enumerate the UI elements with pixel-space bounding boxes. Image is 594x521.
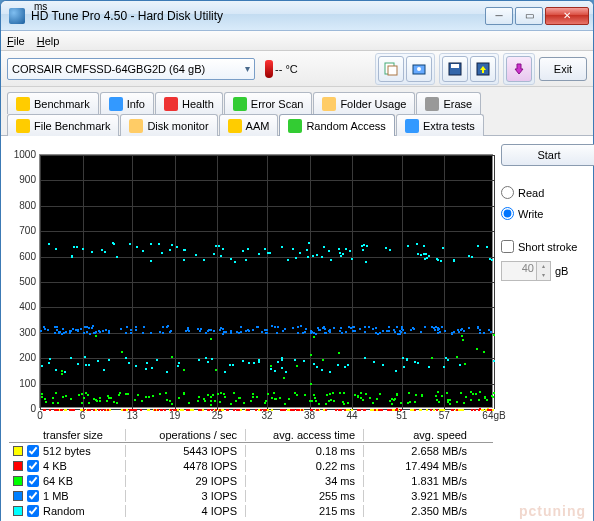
scatter-plot: 0100200300400500600700800900100006131925… [39, 154, 493, 408]
stroke-input[interactable]: 40 ▴▾ [501, 261, 551, 281]
write-radio[interactable]: Write [501, 207, 594, 220]
tab-benchmark[interactable]: Benchmark [7, 92, 99, 114]
tab-icon [425, 97, 439, 111]
y-axis-unit: ms [34, 1, 47, 12]
watermark: pctuning [519, 503, 586, 519]
tab-info[interactable]: Info [100, 92, 154, 114]
app-icon [9, 8, 25, 24]
titlebar[interactable]: HD Tune Pro 4.50 - Hard Disk Utility ─ ▭… [1, 1, 593, 31]
row-checkbox[interactable] [27, 460, 39, 472]
row-checkbox[interactable] [27, 505, 39, 517]
tabs-row-1: BenchmarkInfoHealthError ScanFolder Usag… [1, 87, 593, 113]
screenshot-button[interactable] [406, 56, 432, 82]
tab-random-access[interactable]: Random Access [279, 114, 394, 136]
toolbar-group-2 [439, 53, 499, 85]
minimize-button[interactable]: ─ [485, 7, 513, 25]
tab-icon [228, 119, 242, 133]
color-swatch [13, 491, 23, 501]
tab-file-benchmark[interactable]: File Benchmark [7, 114, 119, 136]
tab-icon [16, 119, 30, 133]
tab-aam[interactable]: AAM [219, 114, 279, 136]
tab-content: ms 0100200300400500600700800900100006131… [1, 135, 593, 521]
tab-disk-monitor[interactable]: Disk monitor [120, 114, 217, 136]
svg-rect-5 [451, 64, 459, 68]
toolbar-group-1 [375, 53, 435, 85]
load-button[interactable] [470, 56, 496, 82]
tab-icon [16, 97, 30, 111]
read-radio[interactable]: Read [501, 186, 594, 199]
table-row: Random 4 IOPS 215 ms 2.350 MB/s [9, 503, 493, 518]
close-button[interactable]: ✕ [545, 7, 589, 25]
color-swatch [13, 476, 23, 486]
table-row: 4 KB 4478 IOPS 0.22 ms 17.494 MB/s [9, 458, 493, 473]
table-row: 64 KB 29 IOPS 34 ms 1.831 MB/s [9, 473, 493, 488]
device-select[interactable]: CORSAIR CMFSSD-64GBG2D (64 gB) [7, 58, 255, 80]
color-swatch [13, 461, 23, 471]
thermometer-icon [265, 60, 273, 78]
stroke-spinner[interactable]: ▴▾ [536, 262, 550, 280]
tab-icon [322, 97, 336, 111]
row-checkbox[interactable] [27, 490, 39, 502]
tabs-row-2: File BenchmarkDisk monitorAAMRandom Acce… [1, 113, 593, 135]
tab-icon [109, 97, 123, 111]
tab-icon [405, 119, 419, 133]
svg-point-3 [417, 67, 421, 71]
svg-rect-1 [388, 66, 397, 75]
options-button[interactable] [506, 56, 532, 82]
tab-icon [129, 119, 143, 133]
device-label: CORSAIR CMFSSD-64GBG2D (64 gB) [12, 63, 205, 75]
tab-folder-usage[interactable]: Folder Usage [313, 92, 415, 114]
tab-icon [233, 97, 247, 111]
toolbar-group-3 [503, 53, 535, 85]
exit-button[interactable]: Exit [539, 57, 587, 81]
table-row: 1 MB 3 IOPS 255 ms 3.921 MB/s [9, 488, 493, 503]
tab-icon [288, 119, 302, 133]
stroke-unit: gB [555, 265, 568, 277]
chart-area: 0100200300400500600700800900100006131925… [39, 154, 493, 408]
color-swatch [13, 506, 23, 516]
maximize-button[interactable]: ▭ [515, 7, 543, 25]
row-checkbox[interactable] [27, 445, 39, 457]
results-table: transfer size operations / sec avg. acce… [9, 428, 493, 518]
save-button[interactable] [442, 56, 468, 82]
menu-help[interactable]: Help [37, 35, 60, 47]
table-header: transfer size operations / sec avg. acce… [9, 428, 493, 443]
short-stroke-checkbox[interactable]: Short stroke [501, 240, 594, 253]
menubar: File Help [1, 31, 593, 51]
tab-error-scan[interactable]: Error Scan [224, 92, 313, 114]
copy-text-button[interactable] [378, 56, 404, 82]
main-window: HD Tune Pro 4.50 - Hard Disk Utility ─ ▭… [0, 0, 594, 521]
color-swatch [13, 446, 23, 456]
tab-erase[interactable]: Erase [416, 92, 481, 114]
start-button[interactable]: Start [501, 144, 594, 166]
toolbar: CORSAIR CMFSSD-64GBG2D (64 gB) -- °C Exi… [1, 51, 593, 87]
controls-panel: Start Read Write Short stroke 40 ▴▾ gB [493, 142, 594, 521]
menu-file[interactable]: File [7, 35, 25, 47]
temperature-display: -- °C [265, 60, 298, 78]
row-checkbox[interactable] [27, 475, 39, 487]
tab-health[interactable]: Health [155, 92, 223, 114]
tab-extra-tests[interactable]: Extra tests [396, 114, 484, 136]
table-row: 512 bytes 5443 IOPS 0.18 ms 2.658 MB/s [9, 443, 493, 458]
tab-icon [164, 97, 178, 111]
window-title: HD Tune Pro 4.50 - Hard Disk Utility [31, 9, 485, 23]
